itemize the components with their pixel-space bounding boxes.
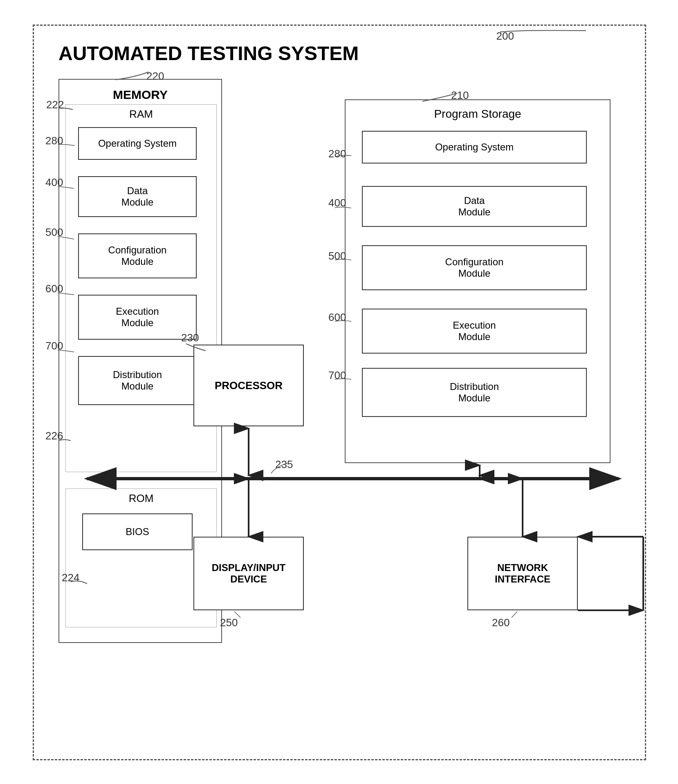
diagram-container: AUTOMATED TESTING SYSTEM 200 MEMORY RAM … bbox=[33, 25, 646, 760]
ref-210: 210 bbox=[451, 89, 469, 102]
ram-label: RAM bbox=[66, 108, 216, 121]
os-box-right: Operating System bbox=[362, 131, 587, 164]
execution-module-box-right: ExecutionModule bbox=[362, 309, 587, 354]
ref-222: 222 bbox=[46, 99, 64, 111]
distribution-module-box-left: DistributionModule bbox=[78, 356, 197, 405]
ref-500-right: 500 bbox=[328, 250, 346, 262]
config-module-box-left: ConfigurationModule bbox=[78, 233, 197, 278]
memory-label: MEMORY bbox=[59, 88, 221, 102]
ref-700-left: 700 bbox=[45, 340, 63, 352]
bios-box: BIOS bbox=[82, 513, 193, 550]
ref-220: 220 bbox=[146, 70, 164, 83]
ref-230: 230 bbox=[181, 332, 199, 344]
ref-226: 226 bbox=[45, 430, 63, 442]
ref-600-right: 600 bbox=[328, 311, 346, 324]
diagram-title: AUTOMATED TESTING SYSTEM bbox=[58, 42, 359, 65]
data-module-box-left: DataModule bbox=[78, 176, 197, 217]
execution-module-box-left: ExecutionModule bbox=[78, 295, 197, 340]
program-storage-label: Program Storage bbox=[346, 108, 610, 121]
ref-400-left: 400 bbox=[45, 176, 63, 189]
data-module-box-right: DataModule bbox=[362, 186, 587, 227]
ref-224: 224 bbox=[62, 571, 79, 584]
network-interface-box: NETWORKINTERFACE bbox=[467, 537, 578, 610]
ref-235: 235 bbox=[275, 458, 293, 471]
ref-200: 200 bbox=[496, 30, 514, 43]
processor-box: PROCESSOR bbox=[193, 345, 304, 426]
display-input-box: DISPLAY/INPUTDEVICE bbox=[193, 537, 304, 610]
ref-260: 260 bbox=[492, 616, 510, 629]
os-box-left: Operating System bbox=[78, 127, 197, 160]
ref-600-left: 600 bbox=[45, 282, 63, 295]
ref-700-right: 700 bbox=[328, 369, 346, 382]
distribution-module-box-right: DistributionModule bbox=[362, 368, 587, 417]
ref-280-left: 280 bbox=[45, 134, 63, 147]
config-module-box-right: ConfigurationModule bbox=[362, 245, 587, 290]
rom-label: ROM bbox=[66, 492, 216, 505]
ref-500-left: 500 bbox=[45, 226, 63, 239]
program-storage-outer: Program Storage Operating System DataMod… bbox=[345, 99, 611, 463]
ref-280-right: 280 bbox=[328, 148, 346, 160]
ref-400-right: 400 bbox=[328, 197, 346, 209]
ref-250: 250 bbox=[220, 616, 238, 629]
